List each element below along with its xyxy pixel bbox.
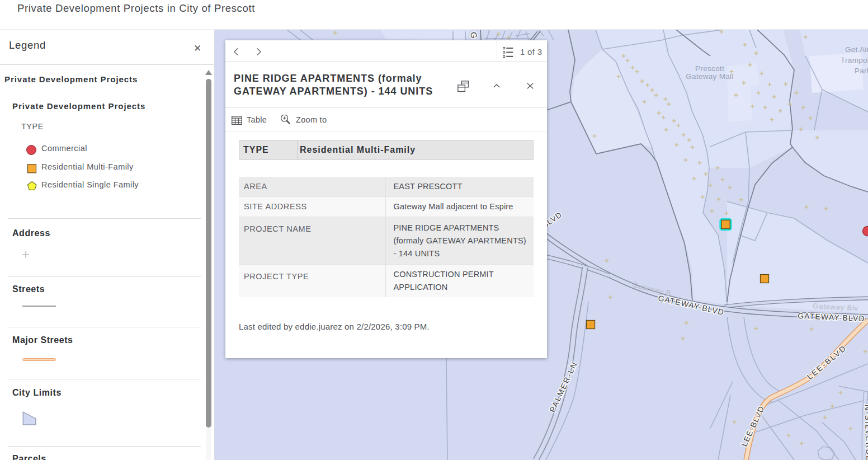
svg-text:Trampolin: Trampolin [841, 56, 868, 64]
svg-text:Park: Park [855, 67, 868, 75]
svg-text:Prescott: Prescott [695, 64, 724, 73]
svg-text:Get Air: Get Air [845, 45, 868, 54]
svg-text:Gateway Mall: Gateway Mall [686, 72, 733, 81]
